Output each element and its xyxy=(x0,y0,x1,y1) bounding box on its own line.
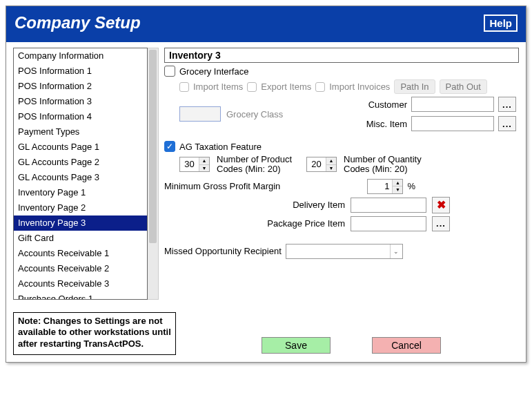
missed-recipient-combo[interactable]: ⌄ xyxy=(286,244,403,259)
import-items-label: Import Items xyxy=(193,82,243,92)
export-items-label: Export Items xyxy=(261,82,311,92)
package-input[interactable] xyxy=(351,216,426,231)
path-in-button[interactable]: Path In xyxy=(394,79,435,94)
nav-scroll-thumb[interactable] xyxy=(149,50,157,243)
grocery-class-label: Grocery Class xyxy=(226,109,283,119)
package-lookup-button[interactable]: ... xyxy=(432,216,450,231)
customer-input[interactable] xyxy=(411,97,494,112)
ag-codes-row: 30 ▲ ▼ Number of Product Codes (Min: 20)… xyxy=(179,155,519,175)
titlebar: Company Setup Help xyxy=(6,6,526,42)
min-margin-row: Minimum Gross Profit Margin 1 ▲ ▼ % xyxy=(164,179,519,194)
nav-item[interactable]: POS Information 2 xyxy=(14,79,147,94)
nav-item[interactable]: GL Accounts Page 2 xyxy=(14,155,147,170)
product-codes-spinner[interactable]: 30 ▲ ▼ xyxy=(179,157,210,172)
customer-label: Customer xyxy=(352,99,407,110)
nav-item[interactable]: GL Accounts Page 1 xyxy=(14,140,147,155)
min-margin-down[interactable]: ▼ xyxy=(393,186,402,193)
import-invoices-label: Import Invoices xyxy=(329,82,390,92)
customer-lookup-button[interactable]: ... xyxy=(498,97,516,112)
grocery-interface-label: Grocery Interface xyxy=(179,66,248,77)
settings-note: Note: Changes to Settings are not availa… xyxy=(13,312,176,355)
product-codes-down[interactable]: ▼ xyxy=(199,165,209,172)
footer-buttons: Save Cancel xyxy=(262,337,441,354)
nav-item[interactable]: Gift Card xyxy=(14,231,147,246)
path-out-button[interactable]: Path Out xyxy=(440,79,487,94)
delivery-input[interactable] xyxy=(351,198,426,213)
min-margin-value: 1 xyxy=(368,180,393,193)
ag-taxation-row: ✓ AG Taxation Feature xyxy=(164,141,519,152)
import-items-checkbox[interactable] xyxy=(179,82,189,92)
chevron-down-icon: ⌄ xyxy=(390,245,402,258)
nav-item[interactable]: Company Information xyxy=(14,48,147,64)
quantity-codes-down[interactable]: ▼ xyxy=(326,165,336,172)
min-margin-spinner[interactable]: 1 ▲ ▼ xyxy=(367,179,403,194)
content-panel: Inventory 3 Grocery Interface Import Ite… xyxy=(164,48,519,262)
quantity-codes-label: Number of Quantity Codes (Min: 20) xyxy=(344,155,433,175)
nav-item[interactable]: Inventory Page 3 xyxy=(14,215,147,231)
missed-recipient-value xyxy=(286,245,390,258)
settings-nav[interactable]: Company InformationPOS Information 1POS … xyxy=(13,48,148,300)
grocery-class-input[interactable] xyxy=(179,106,221,122)
package-row: Package Price Item ... xyxy=(164,216,450,231)
missed-row: Missed Opportunity Recipient ⌄ xyxy=(164,244,519,259)
quantity-codes-value: 20 xyxy=(307,157,326,171)
nav-wrap: Company InformationPOS Information 1POS … xyxy=(13,48,159,300)
nav-item[interactable]: Accounts Receivable 2 xyxy=(14,261,147,276)
ag-taxation-label: AG Taxation Feature xyxy=(179,142,262,152)
section-title: Inventory 3 xyxy=(164,48,519,63)
percent-label: % xyxy=(407,181,415,191)
quantity-codes-up[interactable]: ▲ xyxy=(326,157,336,165)
package-label: Package Price Item xyxy=(267,218,345,229)
misc-item-input[interactable] xyxy=(411,116,494,131)
grocery-class-row: Grocery Class Customer ... Misc. Item ..… xyxy=(179,97,519,131)
window-body: Company InformationPOS Information 1POS … xyxy=(6,42,526,362)
nav-item[interactable]: POS Information 3 xyxy=(14,94,147,109)
product-codes-up[interactable]: ▲ xyxy=(199,157,209,165)
product-codes-label: Number of Product Codes (Min: 20) xyxy=(217,155,299,175)
export-items-checkbox[interactable] xyxy=(247,82,257,92)
grocery-interface-checkbox[interactable] xyxy=(164,66,175,77)
nav-item[interactable]: POS Information 1 xyxy=(14,64,147,79)
misc-item-label: Misc. Item xyxy=(352,119,407,129)
nav-item[interactable]: Inventory Page 2 xyxy=(14,200,147,215)
cancel-button[interactable]: Cancel xyxy=(372,337,441,354)
min-margin-up[interactable]: ▲ xyxy=(393,180,402,187)
nav-item[interactable]: Accounts Receivable 1 xyxy=(14,246,147,261)
nav-item[interactable]: Payment Types xyxy=(14,124,147,140)
nav-item[interactable]: Purchase Orders 1 xyxy=(14,291,147,300)
ag-taxation-checkbox[interactable]: ✓ xyxy=(164,141,175,152)
nav-item[interactable]: GL Accounts Page 3 xyxy=(14,170,147,185)
window-title: Company Setup xyxy=(14,13,141,32)
delivery-label: Delivery Item xyxy=(293,200,345,210)
missed-label: Missed Opportunity Recipient xyxy=(164,246,282,256)
quantity-codes-spinner[interactable]: 20 ▲ ▼ xyxy=(306,157,337,172)
grocery-options-row: Import Items Export Items Import Invoice… xyxy=(179,79,519,94)
delivery-row: Delivery Item ✖ xyxy=(164,197,450,213)
product-codes-value: 30 xyxy=(180,157,199,171)
nav-scrollbar[interactable] xyxy=(148,48,159,300)
delivery-clear-button[interactable]: ✖ xyxy=(432,197,450,213)
min-margin-label: Minimum Gross Profit Margin xyxy=(164,181,280,191)
nav-item[interactable]: POS Information 4 xyxy=(14,109,147,124)
save-button[interactable]: Save xyxy=(262,337,331,354)
nav-item[interactable]: Accounts Receivable 3 xyxy=(14,276,147,291)
company-setup-window: Company Setup Help Company InformationPO… xyxy=(6,6,526,363)
import-invoices-checkbox[interactable] xyxy=(315,82,325,92)
grocery-interface-row: Grocery Interface xyxy=(164,66,519,77)
nav-item[interactable]: Inventory Page 1 xyxy=(14,185,147,200)
help-button[interactable]: Help xyxy=(484,15,518,32)
misc-item-lookup-button[interactable]: ... xyxy=(498,116,516,131)
